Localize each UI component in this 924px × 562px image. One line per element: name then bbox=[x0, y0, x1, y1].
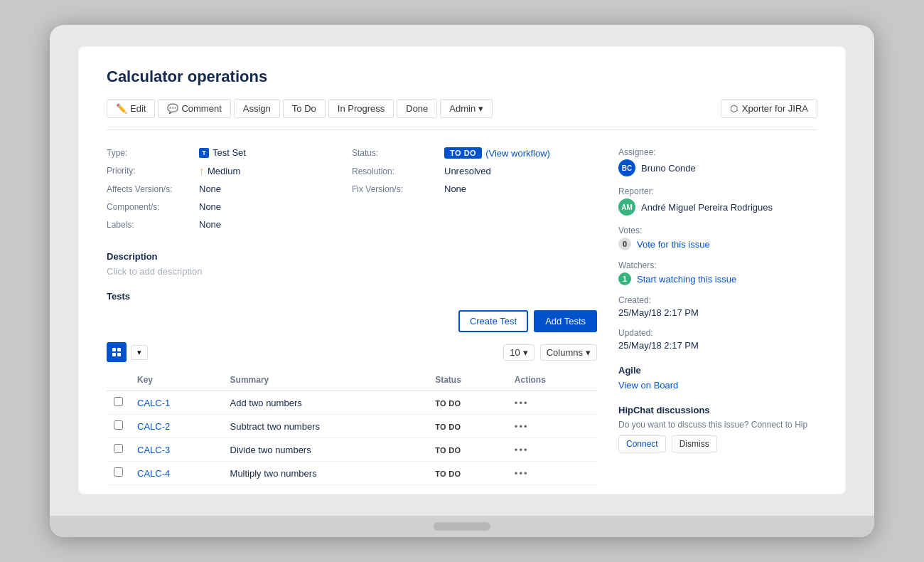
per-page-chevron: ▾ bbox=[523, 347, 528, 358]
chevron-down-icon: ▾ bbox=[478, 103, 483, 114]
prev-button[interactable]: Prev bbox=[107, 494, 126, 494]
xporter-button[interactable]: ⬡ Xporter for JIRA bbox=[721, 99, 817, 118]
table-row: CALC-1 Add two numbers TO DO ••• bbox=[107, 391, 597, 415]
columns-chevron: ▾ bbox=[586, 347, 591, 358]
agile-section: Agile View on Board bbox=[618, 365, 817, 391]
description-placeholder[interactable]: Click to add description bbox=[107, 266, 597, 277]
pagination: Prev 1 Next Total 4 issues bbox=[107, 494, 597, 494]
created-field: Created: 25/May/18 2:17 PM bbox=[618, 295, 817, 318]
row-status: TO DO bbox=[428, 438, 507, 462]
done-button[interactable]: Done bbox=[397, 99, 437, 118]
toolbar: ✏️ Edit 💬 Comment Assign To Do In Progre… bbox=[107, 99, 817, 130]
tests-toolbar: Create Test Add Tests bbox=[107, 310, 597, 332]
row-checkbox[interactable] bbox=[107, 391, 130, 415]
hipchat-section: HipChat discussions Do you want to discu… bbox=[618, 405, 817, 452]
grid-icon bbox=[112, 348, 121, 356]
row-summary: Subtract two numbers bbox=[223, 415, 429, 438]
row-actions[interactable]: ••• bbox=[507, 391, 597, 415]
votes-field: Votes: 0 Vote for this issue bbox=[618, 226, 817, 250]
fields-grid: Type: T Test Set Priority: ↑ Me bbox=[107, 147, 597, 237]
view-chevron-button[interactable]: ▾ bbox=[131, 345, 148, 360]
table-right-controls: 10 ▾ Columns ▾ bbox=[503, 344, 597, 361]
view-workflow-link[interactable]: (View workflow) bbox=[485, 148, 550, 159]
status-badge: TO DO bbox=[444, 147, 482, 159]
current-page: 1 bbox=[131, 494, 136, 494]
admin-button[interactable]: Admin ▾ bbox=[440, 99, 493, 118]
priority-field: Priority: ↑ Medium bbox=[107, 165, 352, 176]
view-board-link[interactable]: View on Board bbox=[618, 380, 678, 391]
row-status: TO DO bbox=[428, 462, 507, 485]
row-checkbox[interactable] bbox=[107, 438, 130, 462]
left-panel: Type: T Test Set Priority: ↑ Me bbox=[107, 147, 597, 494]
type-field: Type: T Test Set bbox=[107, 147, 352, 158]
row-actions[interactable]: ••• bbox=[507, 415, 597, 438]
row-summary: Multiply two numbers bbox=[223, 462, 429, 485]
resolution-field: Resolution: Unresolved bbox=[352, 166, 597, 176]
col-actions: Actions bbox=[507, 369, 597, 391]
reporter-field: Reporter: AM André Miguel Pereira Rodrig… bbox=[618, 186, 817, 216]
next-button[interactable]: Next bbox=[142, 494, 161, 494]
col-key: Key bbox=[130, 369, 223, 391]
test-set-icon: T bbox=[199, 148, 209, 158]
assign-button[interactable]: Assign bbox=[234, 99, 280, 118]
col-checkbox bbox=[107, 369, 130, 391]
hipchat-actions: Connect Dismiss bbox=[618, 435, 817, 452]
components-field: Component/s: None bbox=[107, 201, 352, 212]
status-field: Status: TO DO (View workflow) bbox=[352, 147, 597, 159]
row-summary: Divide two numbers bbox=[223, 438, 429, 462]
total-issues: Total 4 issues bbox=[541, 494, 597, 494]
table-row: CALC-3 Divide two numbers TO DO ••• bbox=[107, 438, 597, 462]
inprogress-button[interactable]: In Progress bbox=[328, 99, 394, 118]
dismiss-button[interactable]: Dismiss bbox=[672, 435, 717, 452]
table-controls: ▾ 10 ▾ Columns ▾ bbox=[107, 342, 597, 362]
row-checkbox[interactable] bbox=[107, 462, 130, 485]
row-key: CALC-4 bbox=[130, 462, 223, 485]
col-status: Status bbox=[428, 369, 507, 391]
left-fields: Type: T Test Set Priority: ↑ Me bbox=[107, 147, 352, 237]
create-test-button[interactable]: Create Test bbox=[458, 310, 528, 332]
updated-field: Updated: 25/May/18 2:17 PM bbox=[618, 328, 817, 351]
watchers-count: 1 bbox=[618, 272, 631, 285]
description-label: Description bbox=[107, 251, 597, 262]
grid-view-button[interactable] bbox=[107, 342, 127, 362]
add-tests-button[interactable]: Add Tests bbox=[534, 310, 597, 332]
votes-count: 0 bbox=[618, 238, 631, 250]
right-fields: Status: TO DO (View workflow) Resolution… bbox=[352, 147, 597, 237]
assignee-avatar: BC bbox=[618, 159, 635, 176]
main-layout: Type: T Test Set Priority: ↑ Me bbox=[107, 147, 817, 494]
columns-select[interactable]: Columns ▾ bbox=[540, 344, 597, 361]
row-status: TO DO bbox=[428, 391, 507, 415]
table-view-controls: ▾ bbox=[107, 342, 148, 362]
page-title: Calculator operations bbox=[107, 68, 817, 86]
col-summary: Summary bbox=[223, 369, 429, 391]
fix-version-field: Fix Version/s: None bbox=[352, 184, 597, 194]
table-row: CALC-2 Subtract two numbers TO DO ••• bbox=[107, 415, 597, 438]
watch-link[interactable]: Start watching this issue bbox=[637, 274, 736, 285]
affects-version-field: Affects Version/s: None bbox=[107, 184, 352, 194]
row-key: CALC-1 bbox=[130, 391, 223, 415]
row-key: CALC-2 bbox=[130, 415, 223, 438]
edit-button[interactable]: ✏️ Edit bbox=[107, 99, 155, 118]
per-page-select[interactable]: 10 ▾ bbox=[503, 344, 534, 361]
tests-header: Tests bbox=[107, 291, 597, 302]
comment-button[interactable]: 💬 Comment bbox=[158, 99, 230, 118]
priority-icon: ↑ bbox=[199, 165, 204, 176]
edit-icon: ✏️ bbox=[116, 103, 127, 114]
export-icon: ⬡ bbox=[730, 103, 738, 114]
row-actions[interactable]: ••• bbox=[507, 462, 597, 485]
connect-button[interactable]: Connect bbox=[618, 435, 666, 452]
row-checkbox[interactable] bbox=[107, 415, 130, 438]
right-panel: Assignee: BC Bruno Conde Reporter: AM An… bbox=[618, 147, 817, 494]
table-row: CALC-4 Multiply two numbers TO DO ••• bbox=[107, 462, 597, 485]
todo-button[interactable]: To Do bbox=[283, 99, 326, 118]
labels-field: Labels: None bbox=[107, 219, 352, 230]
row-key: CALC-3 bbox=[130, 438, 223, 462]
reporter-avatar: AM bbox=[618, 198, 635, 216]
watchers-field: Watchers: 1 Start watching this issue bbox=[618, 260, 817, 285]
assignee-field: Assignee: BC Bruno Conde bbox=[618, 147, 817, 176]
row-actions[interactable]: ••• bbox=[507, 438, 597, 462]
comment-icon: 💬 bbox=[167, 103, 178, 114]
tests-table: Key Summary Status Actions CALC-1 Add tw… bbox=[107, 369, 597, 485]
vote-link[interactable]: Vote for this issue bbox=[637, 239, 710, 250]
row-status: TO DO bbox=[428, 415, 507, 438]
